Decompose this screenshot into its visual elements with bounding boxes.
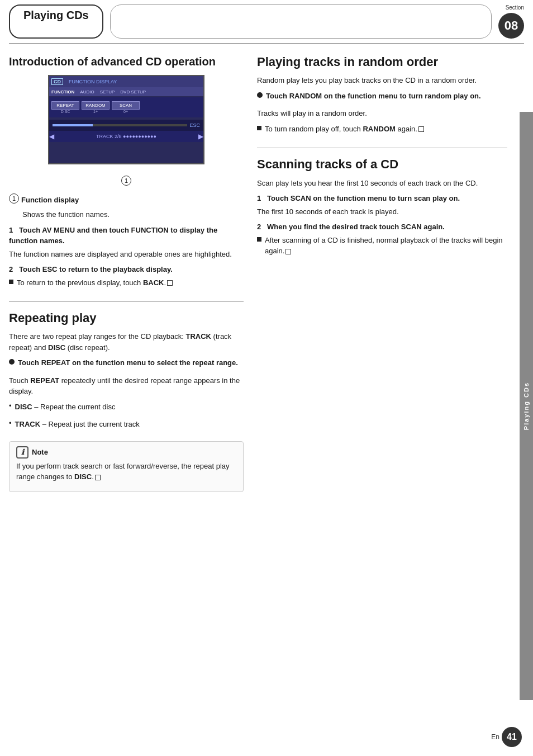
cd-menu-function: FUNCTION [51, 89, 74, 94]
step1-heading-text: 1 Touch AV MENU and then touch FUNCTION … [9, 226, 217, 245]
scan-step1-heading: 1 Touch SCAN on the function menu to tur… [257, 193, 507, 204]
scan-step2-block: 2 When you find the desired track touch … [257, 221, 507, 261]
section-number: 08 [498, 13, 524, 39]
random-heading: Playing tracks in random order [257, 55, 507, 69]
disc-item: • DISC – Repeat the current disc [9, 401, 244, 417]
scan-step2-heading: 2 When you find the desired track touch … [257, 221, 507, 233]
footer-page-number: 41 [502, 727, 522, 747]
circle-1-inline: 1 [9, 193, 19, 204]
end-symbol-1 [167, 280, 173, 286]
cd-menu-audio: AUDIO [80, 89, 94, 94]
cd-btn-repeat: REPEAT D.SC [51, 101, 79, 114]
section-label: Section [506, 4, 524, 11]
random-step1-body: Tracks will play in a random order. [257, 108, 507, 119]
square-bullet-3 [257, 237, 261, 242]
note-header: ℹ Note [16, 446, 236, 459]
back-bold: BACK [143, 278, 164, 287]
square-bullet-2 [257, 126, 261, 130]
cd-top-bar: CD FUNCTION DISPLAY [49, 76, 203, 87]
disc-bold: DISC [48, 343, 65, 352]
cd-top-label: CD [51, 78, 63, 85]
page-footer: En 41 [491, 727, 522, 747]
note-body: If you perform track search or fast forw… [16, 461, 236, 483]
step2-bullet: To return to the previous display, touch… [9, 277, 244, 293]
scan-step1-block: 1 Touch SCAN on the function menu to tur… [257, 193, 507, 217]
random-body: Random play lets you play back tracks on… [257, 75, 507, 86]
header-row: Playing CDs Section 08 [0, 0, 533, 41]
repeat-bullet-label: Touch REPEAT on the function menu to sel… [18, 357, 238, 368]
circle-1: 1 [121, 176, 131, 186]
cd-menu-bar: FUNCTION AUDIO SETUP DVD SETUP [49, 87, 203, 96]
random-bullet: Touch RANDOM on the function menu to tur… [257, 91, 507, 106]
section-divider [9, 301, 244, 302]
cd-progress-bar [53, 124, 187, 126]
scan-step2-body: After scanning of a CD is finished, norm… [265, 235, 507, 257]
square-bullet-1 [9, 280, 13, 284]
note-title: Note [32, 448, 48, 456]
header-center-pill [110, 4, 492, 39]
cd-progress-area: ESC [49, 120, 203, 131]
annotation-circle: 1 [9, 176, 244, 188]
cd-esc-label: ESC [189, 122, 200, 128]
repeat-bullet-heading: Touch REPEAT on the function menu to sel… [9, 357, 244, 373]
cd-menu-setup: SETUP [100, 89, 115, 94]
circle-bullet-2 [257, 92, 263, 98]
end-symbol-3 [418, 126, 424, 132]
scanning-body: Scan play lets you hear the first 10 sec… [257, 178, 507, 189]
random-step1-bullet-text: To turn random play off, touch RANDOM ag… [265, 124, 424, 135]
cd-screen-image: CD FUNCTION DISPLAY FUNCTION AUDIO SETUP… [48, 75, 204, 164]
cd-btn-random: RANDOM 1+ [82, 101, 110, 114]
note-icon: ℹ [16, 446, 28, 459]
cd-buttons-row: REPEAT D.SC RANDOM 1+ SCAN 0+ [49, 97, 203, 117]
track-item: • TRACK – Repeat just the current track [9, 419, 244, 434]
step2-heading-text: 2 Touch ESC to return to the playback di… [9, 265, 173, 273]
cd-arrow-right: ▶ [198, 133, 203, 140]
step2-heading: 2 Touch ESC to return to the playback di… [9, 264, 244, 275]
function-display-label-row: 1 Function display [9, 193, 244, 206]
repeat-bullet-body: Touch REPEAT repeatedly until the desire… [9, 375, 244, 397]
note-box: ℹ Note If you perform track search or fa… [9, 441, 244, 492]
bullet-dot-track: • [9, 419, 12, 427]
header-divider [9, 43, 524, 44]
function-display-label: Function display [21, 196, 79, 204]
cd-arrow-row: ◀ TRACK 2/8 ●●●●●●●●●●● ▶ [49, 131, 203, 142]
section-badge: Section 08 [498, 4, 524, 39]
cd-top-extra: FUNCTION DISPLAY [69, 79, 117, 84]
random-step1-heading: Touch RANDOM on the function menu to tur… [266, 91, 481, 102]
step1-body: The function names are displayed and ope… [9, 249, 244, 260]
random-step1-bullet: To turn random play off, touch RANDOM ag… [257, 124, 507, 139]
track-item-text: TRACK – Repeat just the current track [15, 419, 140, 430]
right-column: Playing tracks in random order Random pl… [257, 55, 524, 492]
intro-heading: Introduction of advanced CD operation [9, 55, 244, 68]
side-tab-label: Playing CDs [523, 382, 530, 430]
circle-bullet-1 [9, 359, 15, 365]
repeating-heading: Repeating play [9, 311, 244, 325]
repeating-body: There are two repeat play ranges for the… [9, 331, 244, 353]
page-title: Playing CDs [9, 4, 103, 39]
scanning-heading: Scanning tracks of a CD [257, 157, 507, 172]
cd-menu-dvd-setup: DVD SETUP [120, 89, 146, 94]
side-tab: Playing CDs [520, 112, 533, 700]
track-bold: TRACK [186, 332, 212, 341]
step2-body: To return to the previous display, touch… [17, 277, 173, 289]
scan-step1-body: The first 10 seconds of each track is pl… [257, 206, 507, 218]
cd-progress-fill [53, 124, 93, 126]
footer-lang: En [491, 733, 499, 741]
cd-btn-scan: SCAN 0+ [112, 101, 140, 114]
cd-track-info: TRACK 2/8 ●●●●●●●●●●● [56, 134, 196, 139]
left-column: Introduction of advanced CD operation CD… [9, 55, 244, 492]
scan-step2-bullet: After scanning of a CD is finished, norm… [257, 235, 507, 261]
bullet-dot-disc: • [9, 401, 12, 410]
main-content: Introduction of advanced CD operation CD… [0, 55, 533, 492]
end-symbol-2 [95, 475, 101, 480]
disc-item-text: DISC – Repeat the current disc [15, 401, 116, 413]
step2-block: 2 Touch ESC to return to the playback di… [9, 264, 244, 292]
step1-heading: 1 Touch AV MENU and then touch FUNCTION … [9, 225, 244, 247]
function-display-desc: Shows the function names. [22, 209, 244, 220]
scanning-divider [257, 148, 507, 148]
function-display-block: 1 Function display Shows the function na… [9, 193, 244, 220]
step1-block: 1 Touch AV MENU and then touch FUNCTION … [9, 225, 244, 260]
end-symbol-4 [285, 249, 291, 254]
cd-arrow-left: ◀ [49, 133, 54, 140]
